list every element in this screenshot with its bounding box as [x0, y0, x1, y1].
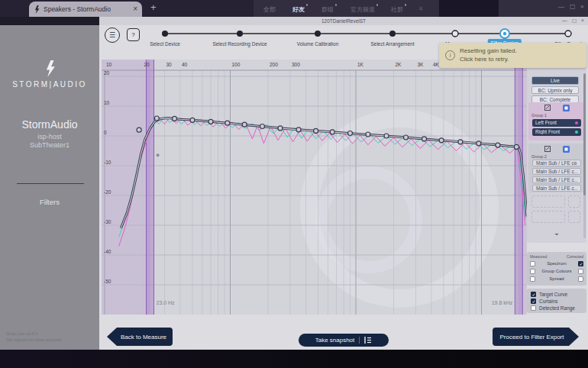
window-title: 120TDanielRevelST — [99, 17, 588, 25]
checkbox-detected-range[interactable] — [531, 305, 536, 311]
bc-upmix-only-button[interactable]: BC: Upmix only — [531, 86, 579, 94]
option-target-curve: Target Curve — [531, 291, 567, 297]
app-maximize-icon[interactable]: ▢ — [572, 18, 577, 24]
checkbox-group-colours-corrected[interactable] — [578, 269, 583, 274]
corrected-column-label: Corrected — [567, 254, 583, 259]
svg-text:100: 100 — [232, 62, 241, 67]
chat-tab-friends[interactable]: 好友 — [292, 5, 305, 14]
svg-text:10: 10 — [106, 62, 112, 67]
group-name: Group 2 — [531, 154, 547, 159]
svg-text:2K: 2K — [396, 62, 402, 67]
sidebar: STORM|AUDIO StormAudio isp-host SubTheat… — [0, 25, 99, 350]
notification-dot — [376, 4, 379, 6]
app-minimize-icon[interactable]: — — [562, 18, 567, 24]
chat-tab-channels[interactable]: 官方频道 — [351, 5, 375, 14]
back-to-measure-button[interactable]: Back to Measure — [107, 328, 173, 346]
channel-main-sub-2[interactable]: Main Sub / LFE c... — [532, 168, 581, 175]
sidebar-item-filters[interactable]: Filters — [0, 198, 99, 206]
browser-tab[interactable]: Speakers - StormAudio × — [29, 2, 142, 17]
checkbox-spread-corrected[interactable] — [578, 276, 583, 282]
group-name: Group 1 — [531, 113, 547, 118]
live-button[interactable]: Live — [531, 76, 579, 85]
step-select-arrangement[interactable]: Select Arrangement — [370, 41, 414, 47]
svg-text:20: 20 — [144, 62, 150, 67]
toast-message: Resetting gain failed.Click here to retr… — [460, 47, 517, 64]
display-options-panel: Target Curve Curtains Detected Range — [527, 289, 586, 313]
svg-text:0: 0 — [104, 130, 107, 135]
channel-left-front[interactable]: Left Front — [532, 119, 581, 127]
new-tab-button[interactable]: + — [150, 2, 157, 12]
checkbox-spread-measured[interactable] — [530, 276, 535, 282]
chat-close-icon[interactable]: × — [580, 4, 584, 10]
screen: Speakers - StormAudio × + 全部 好友 群组 官方频道 … — [0, 0, 588, 368]
device-name: StormAudio — [0, 118, 99, 131]
chat-tab-all[interactable]: 全部 — [263, 5, 276, 14]
app-close-icon[interactable]: × — [581, 18, 584, 24]
svg-text:30: 30 — [166, 62, 173, 67]
svg-text:200: 200 — [270, 62, 278, 67]
svg-text:300: 300 — [292, 62, 300, 67]
legend-row-spread: Spread — [530, 276, 583, 282]
step-select-recording-device[interactable]: Select Recording Device — [212, 41, 267, 47]
channel-main-sub-3[interactable]: Main Sub / LFE c... — [532, 176, 581, 183]
chat-tab-community[interactable]: 社群 — [391, 5, 403, 14]
chat-tab-groups[interactable]: 群组 — [321, 5, 334, 14]
frequency-response-chart[interactable]: 102030401002003001K2K3K4K20100-10-20-30-… — [102, 60, 527, 315]
scrollbar-thumb[interactable] — [583, 73, 586, 195]
chat-more-icon[interactable]: ≡ — [419, 5, 423, 12]
legend-row-spectrum: Spectrum — [530, 260, 583, 266]
stormaudio-bolt-logo — [44, 60, 56, 77]
panel-scrollbar[interactable] — [583, 73, 586, 238]
gear-icon[interactable]: ⚙ — [573, 161, 577, 166]
group-1-block: Group 1 Left Front Right Front — [528, 102, 585, 140]
channel-main-sub-4[interactable]: Main Sub / LFE c... — [532, 185, 581, 192]
tab-close-icon[interactable]: × — [133, 5, 137, 13]
bolt-icon — [34, 5, 40, 14]
group-filter-icon[interactable] — [544, 105, 551, 111]
take-snapshot-button[interactable]: Take snapshot — [299, 334, 389, 347]
group-auto-target-icon[interactable] — [563, 105, 570, 111]
svg-text:10: 10 — [104, 100, 110, 105]
empty-group-slot-row — [531, 211, 580, 223]
notification-dot — [335, 4, 338, 6]
chat-maximize-icon[interactable]: ▢ — [570, 4, 576, 10]
checkbox-curtains[interactable] — [531, 299, 536, 304]
step-select-device[interactable]: Select Device — [150, 41, 180, 47]
svg-text:-50: -50 — [104, 279, 111, 284]
group-2-block: Group 2 Main Sub / LFE c... ⚙ Main Sub /… — [528, 144, 585, 192]
window-shadow — [0, 17, 99, 25]
snapshot-list-icon — [364, 337, 372, 344]
step-volume-calibration[interactable]: Volume Calibration — [297, 41, 339, 47]
group-auto-target-icon[interactable] — [563, 146, 570, 153]
snapshot-label: Take snapshot — [315, 337, 355, 344]
chat-minimize-icon[interactable]: — — [558, 4, 564, 10]
measured-column-label: Measured — [530, 254, 547, 259]
svg-text:40: 40 — [182, 62, 188, 67]
channel-right-front[interactable]: Right Front — [532, 128, 581, 136]
chat-overlay-dark-panel — [439, 0, 499, 17]
svg-text:23.0 Hz: 23.0 Hz — [157, 300, 176, 305]
svg-text:-30: -30 — [104, 219, 111, 224]
notification-dot — [306, 4, 309, 6]
account-status-label: Not signed into Dirac account — [6, 337, 61, 343]
brand-wordmark: STORM|AUDIO — [0, 80, 99, 89]
empty-group-slot-row — [531, 195, 580, 208]
toast-notification[interactable]: i Resetting gain failed.Click here to re… — [439, 43, 586, 68]
svg-text:20: 20 — [104, 70, 110, 76]
group-filter-icon[interactable] — [544, 146, 551, 152]
channel-main-sub-1[interactable]: Main Sub / LFE c... ⚙ — [532, 160, 581, 166]
checkbox-target-curve[interactable] — [531, 292, 536, 297]
proceed-to-filter-export-button[interactable]: Proceed to Filter Export — [493, 328, 579, 346]
option-detected-range: Detected Range — [531, 305, 575, 311]
empty-icon-slot — [568, 211, 580, 223]
button-divider — [359, 337, 360, 344]
checkbox-spectrum-corrected[interactable] — [578, 261, 583, 266]
taskbar-strip — [0, 350, 588, 368]
device-theater: SubTheater1 — [0, 141, 99, 149]
empty-channel-slot — [531, 211, 565, 223]
checkbox-group-colours-measured[interactable] — [530, 269, 535, 274]
chevron-down-icon[interactable]: ⌄ — [527, 229, 586, 237]
empty-icon-slot — [568, 195, 580, 208]
checkbox-spectrum-measured[interactable] — [530, 261, 535, 266]
info-icon: i — [445, 50, 455, 60]
